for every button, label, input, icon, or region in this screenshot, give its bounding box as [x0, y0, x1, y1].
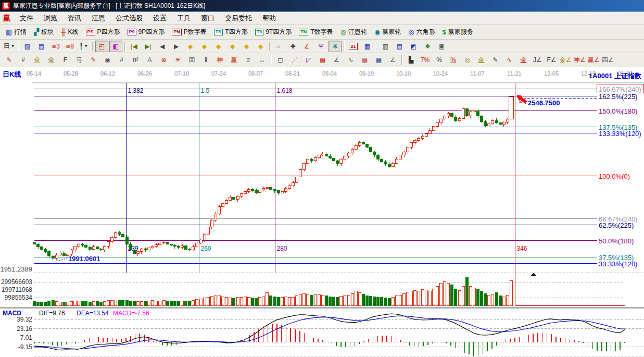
gold-red-tool[interactable]: 金 [517, 54, 530, 66]
t-number-table-button[interactable]: TNT数字表 [295, 26, 336, 39]
circle-grid-tool[interactable]: ◉ [101, 54, 114, 66]
menu-item-2[interactable]: 资讯 [62, 13, 86, 23]
first-bar-button[interactable]: |◀ [128, 41, 141, 52]
price-grid-tool[interactable]: ▦ [358, 54, 371, 66]
box-select-tool[interactable]: ◻ [274, 54, 287, 66]
minute-chart-icon[interactable]: ▨ [21, 41, 34, 52]
calculator-icon[interactable]: ▦ [361, 41, 374, 52]
menu-item-9[interactable]: 帮助 [257, 13, 281, 23]
menu-item-8[interactable]: 交易委托 [220, 13, 257, 23]
sectors-button[interactable]: ▞板块 [30, 26, 57, 39]
compress-vertical-button[interactable]: ◆ [240, 41, 253, 52]
wave-tool[interactable]: ∿ [344, 54, 357, 66]
compass-tool[interactable]: ⊕ [157, 54, 170, 66]
period-day-dropdown[interactable]: 日▼ [3, 41, 16, 52]
menu-item-0[interactable]: 文件 [15, 13, 39, 23]
export-icon[interactable]: ❖ [421, 41, 434, 52]
seal-tool-icon[interactable]: ◰ [95, 41, 108, 52]
calendar-icon[interactable]: 21 [347, 41, 360, 52]
god-angle-tool[interactable]: 神∠ [573, 54, 586, 66]
chart-area[interactable]: 05-1405-2806-1206-2607-1007-2408-0708-21… [0, 67, 644, 357]
prev-bar-button[interactable]: ◀ [156, 41, 169, 52]
info-list-icon[interactable]: ▤ [35, 41, 48, 52]
pattern9-icon[interactable]: ≋9 [63, 41, 76, 52]
t-square-button[interactable]: TST四方形 [210, 26, 251, 39]
drag-hand-tool[interactable]: ☞ [272, 41, 285, 52]
menu-item-4[interactable]: 公式选股 [110, 13, 148, 23]
scale-ruler-tool[interactable]: ≡ [242, 54, 255, 66]
n-square-tool[interactable]: n² [129, 54, 142, 66]
kline-button[interactable]: ╫K线 [57, 26, 82, 39]
gann-tools-icon[interactable]: Ψ [314, 41, 327, 52]
pencil-candle-tool[interactable]: ✎ [489, 54, 502, 66]
menu-item-1[interactable]: 浏览 [39, 13, 62, 23]
win-grid-tool[interactable]: 赢 [228, 54, 241, 66]
print-icon[interactable]: ▣ [435, 41, 448, 52]
angle-a-tool[interactable]: A [143, 54, 156, 66]
smart-analysis-icon[interactable]: ❋ [329, 41, 342, 52]
winner-service-button[interactable]: $赢家服务 [439, 26, 477, 39]
steps-tool[interactable]: ▙ [405, 54, 418, 66]
expand-horizontal-button[interactable]: ◆ [212, 41, 225, 52]
shift-right-button[interactable]: ◆ [198, 41, 211, 52]
candle-style-dropdown[interactable]: ╿▼ [77, 41, 90, 52]
date-label: 11-21 [507, 70, 521, 77]
volume-bar [310, 295, 313, 305]
shift-left-button[interactable]: ◆ [184, 41, 197, 52]
p-number-table-button[interactable]: PNP数字表 [168, 26, 210, 39]
gold-circle-tool[interactable]: ◎ [461, 54, 474, 66]
menu-item-5[interactable]: 设置 [148, 13, 172, 23]
width-arrows-tool[interactable]: ↔ [256, 54, 269, 66]
k-segment-tool[interactable]: ‖ [199, 54, 212, 66]
star-target-tool[interactable]: ✳ [171, 54, 184, 66]
spiral-tool[interactable]: 回 [185, 54, 198, 66]
winner-wheel-button[interactable]: ◉赢家轮 [371, 26, 405, 39]
f-angle-tool[interactable]: F∠ [545, 54, 558, 66]
stats-icon[interactable]: ▥ [379, 41, 392, 52]
four-angle-tool[interactable]: 四∠ [601, 54, 614, 66]
percent-tool[interactable]: % [433, 54, 446, 66]
compress-horizontal-button[interactable]: ◆ [226, 41, 239, 52]
percent-line-tool[interactable]: % [447, 54, 460, 66]
f-grid-tool[interactable]: F [59, 54, 72, 66]
color-volume-icon[interactable]: ◧ [109, 41, 122, 52]
9p-square-button[interactable]: P99P四方形 [124, 26, 169, 39]
win-angle-tool[interactable]: 赢∠ [587, 54, 600, 66]
p-square-button[interactable]: PSP四方形 [82, 26, 124, 39]
angle-measure-tool[interactable]: ∠ [300, 41, 313, 52]
notes-icon[interactable]: ▤ [393, 41, 406, 52]
j-angle-tool[interactable]: J∠ [531, 54, 544, 66]
red-wave-tool[interactable]: ∿ [503, 54, 516, 66]
angle-lines-tool[interactable]: ∡ [330, 54, 343, 66]
quotes-button[interactable]: ▦行情 [2, 26, 30, 39]
9t-square-button[interactable]: T99T四方形 [251, 26, 296, 39]
grid-tool[interactable]: # [17, 54, 30, 66]
plain-grid-tool[interactable]: # [115, 54, 128, 66]
gold-grid-tool[interactable]: 金 [31, 54, 44, 66]
pattern3-icon[interactable]: ≋3 [49, 41, 62, 52]
save-icon[interactable]: ◩ [407, 41, 420, 52]
blue-grid-tool[interactable]: ▦ [372, 54, 385, 66]
next-bar-button[interactable]: ▶ [170, 41, 183, 52]
gold-angle-tool[interactable]: 金∠ [559, 54, 572, 66]
pen-tool[interactable]: ✎ [3, 54, 16, 66]
percent7-tool[interactable]: 7% [419, 54, 432, 66]
grid-box-tool[interactable]: ▦ [316, 54, 329, 66]
trend-lines-tool[interactable]: ∠ [386, 54, 399, 66]
crosshair-tool[interactable]: ✚ [286, 41, 299, 52]
purple-fan-tool[interactable]: ◸ [302, 54, 315, 66]
hook-grid-tool[interactable]: 弓 [73, 54, 86, 66]
menu-item-3[interactable]: 江恩 [86, 13, 110, 23]
gann-wheel-button[interactable]: ◎江恩轮 [337, 26, 371, 39]
gold-grid2-tool[interactable]: 金 [45, 54, 58, 66]
hexagon-button[interactable]: ◎六角形 [405, 26, 438, 39]
expand-all-button[interactable]: ◆ [254, 41, 267, 52]
god-grid-tool[interactable]: 神 [213, 54, 226, 66]
fan-lines-tool[interactable]: ⋰ [288, 54, 301, 66]
candle [447, 113, 450, 116]
last-bar-button[interactable]: ▶| [142, 41, 155, 52]
menu-item-6[interactable]: 工具 [172, 13, 196, 23]
gold-underline-tool[interactable]: 金 [475, 54, 488, 66]
red-pen-grid-tool[interactable]: ✎ [87, 54, 100, 66]
menu-item-7[interactable]: 窗口 [196, 13, 220, 23]
